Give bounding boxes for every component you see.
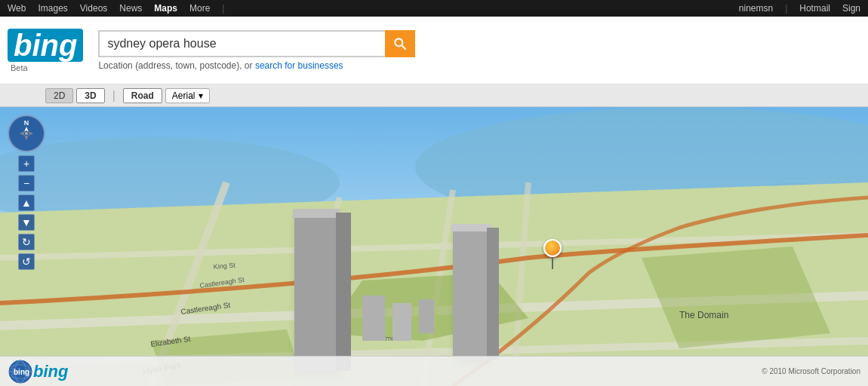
building-small-3 xyxy=(419,299,434,333)
map-toolbar: 2D 3D | Road Aerial ▾ xyxy=(0,84,868,107)
nav-right-links: ninemsn | Hotmail Sign xyxy=(739,3,860,14)
svg-line-1 xyxy=(402,45,406,49)
zoom-out-button[interactable]: − xyxy=(18,175,35,191)
svg-point-27 xyxy=(25,132,28,135)
nav-maps[interactable]: Maps xyxy=(154,3,177,14)
svg-marker-23 xyxy=(24,127,29,132)
bing-logo: bing xyxy=(8,29,83,62)
map-pin xyxy=(543,239,562,269)
building-left xyxy=(294,213,336,371)
building-small-1 xyxy=(362,296,385,341)
svg-text:bing: bing xyxy=(14,368,29,376)
map-navigation: N + − ▲ ▼ ↻ ↺ xyxy=(8,115,45,270)
nav-sign[interactable]: Sign xyxy=(842,3,860,14)
search-area: Location (address, town, postcode), or s… xyxy=(98,30,415,71)
bottom-bar: bing bing © 2010 Microsoft Corporation xyxy=(0,356,868,386)
map-svg: Hyde Park Elizabeth St Castlereagh St Ca… xyxy=(0,107,868,386)
pin-stem xyxy=(552,257,553,269)
tilt-down-button[interactable]: ▼ xyxy=(18,214,35,231)
globe-icon: bing xyxy=(8,359,33,384)
zoom-in-button[interactable]: + xyxy=(18,155,35,172)
bottom-bing-logo: bing xyxy=(33,362,68,381)
svg-point-0 xyxy=(396,38,403,46)
svg-marker-25 xyxy=(20,131,25,136)
nav-videos[interactable]: Videos xyxy=(80,3,107,14)
btn-aerial[interactable]: Aerial ▾ xyxy=(165,88,210,103)
building-left-top xyxy=(292,209,340,218)
logo-area: bing Beta xyxy=(8,29,83,72)
svg-text:The Domain: The Domain xyxy=(679,310,728,320)
search-row xyxy=(98,30,415,57)
svg-marker-26 xyxy=(28,131,33,136)
search-businesses-link[interactable]: search for businesses xyxy=(255,60,343,71)
svg-marker-24 xyxy=(24,135,29,140)
copyright-text: © 2010 Microsoft Corporation xyxy=(762,367,860,375)
nav-news[interactable]: News xyxy=(119,3,142,14)
tilt-up-button[interactable]: ▲ xyxy=(18,195,35,211)
building-left-side xyxy=(336,213,351,371)
compass[interactable]: N xyxy=(8,115,45,152)
building-right-side xyxy=(487,228,499,360)
nav-ninemsn[interactable]: ninemsn xyxy=(739,3,773,14)
nav-sep-2: | xyxy=(785,3,787,14)
search-input[interactable] xyxy=(98,30,385,57)
header: bing Beta Location (address, town, postc… xyxy=(0,17,868,84)
nav-images[interactable]: Images xyxy=(38,3,67,14)
top-navigation: Web Images Videos News Maps More | ninem… xyxy=(0,0,868,17)
nav-hotmail[interactable]: Hotmail xyxy=(799,3,830,14)
compass-arrows-icon xyxy=(17,124,35,142)
compass-n-label: N xyxy=(24,119,29,127)
beta-label: Beta xyxy=(11,63,28,72)
nav-sep-1: | xyxy=(222,3,224,14)
rotate-cw-button[interactable]: ↻ xyxy=(18,234,35,250)
btn-2d[interactable]: 2D xyxy=(45,88,73,103)
building-small-2 xyxy=(392,303,411,341)
location-hint: Location (address, town, postcode), or s… xyxy=(98,60,415,71)
building-right-top xyxy=(451,224,491,231)
nav-more[interactable]: More xyxy=(189,3,210,14)
search-icon xyxy=(392,36,408,51)
map-container[interactable]: Hyde Park Elizabeth St Castlereagh St Ca… xyxy=(0,107,868,386)
btn-road[interactable]: Road xyxy=(123,88,162,103)
pin-circle xyxy=(543,239,562,257)
building-right xyxy=(453,228,487,360)
rotate-ccw-button[interactable]: ↺ xyxy=(18,253,35,270)
btn-3d[interactable]: 3D xyxy=(76,88,104,103)
search-button[interactable] xyxy=(385,30,415,57)
nav-web[interactable]: Web xyxy=(8,3,26,14)
